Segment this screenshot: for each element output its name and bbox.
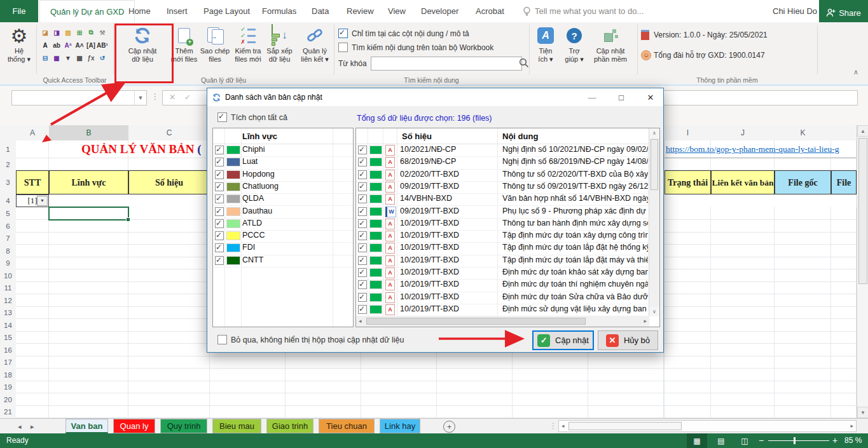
cell-A20[interactable] bbox=[16, 393, 49, 406]
row-header-5[interactable]: 5 bbox=[0, 207, 17, 221]
checkbox-icon[interactable] bbox=[358, 194, 367, 203]
row-header-3[interactable]: 3 bbox=[0, 170, 17, 195]
cell-I8[interactable] bbox=[665, 245, 711, 257]
cell-A5[interactable] bbox=[16, 207, 49, 220]
row-header-15[interactable]: 15 bbox=[0, 332, 17, 345]
row-header-14[interactable]: 14 bbox=[0, 319, 17, 332]
tab-acrobat[interactable]: Acrobat bbox=[474, 0, 506, 22]
fields-list[interactable]: Lĩnh vực ChiphiLuatHopdongChatluongQLDAD… bbox=[212, 128, 354, 327]
name-box[interactable]: ▼ bbox=[11, 90, 147, 105]
cell-L7[interactable] bbox=[831, 233, 857, 245]
cell-L19[interactable] bbox=[831, 381, 857, 394]
doc-row-5[interactable]: A14/VBHN-BXDVăn bản hợp nhất số 14/VBHN-… bbox=[356, 193, 649, 206]
sao-chep-files-button[interactable]: →Sao chépfiles bbox=[200, 24, 230, 75]
field-row-Chiphi[interactable]: Chiphi bbox=[213, 144, 353, 157]
cell-A19[interactable] bbox=[16, 381, 49, 394]
cell-L18[interactable] bbox=[831, 369, 857, 381]
row-header-8[interactable]: 8 bbox=[0, 245, 17, 258]
update-button[interactable]: ✓ Cập nhật bbox=[532, 330, 594, 350]
page-layout-view-icon[interactable]: ▤ bbox=[711, 433, 731, 448]
cell-I20[interactable] bbox=[665, 393, 711, 406]
cell-L3[interactable]: File bbox=[831, 170, 857, 194]
cell-K2[interactable] bbox=[775, 158, 831, 170]
checkbox-icon[interactable] bbox=[358, 305, 367, 314]
cell-B16[interactable] bbox=[49, 344, 128, 356]
row-header-9[interactable]: 9 bbox=[0, 257, 17, 271]
select-text-icon[interactable]: [A] bbox=[85, 39, 97, 51]
scroll-down-icon[interactable]: ▼ bbox=[857, 407, 868, 418]
checkbox-icon[interactable] bbox=[358, 158, 367, 166]
scroll-up-icon[interactable]: ∧ bbox=[649, 128, 659, 138]
doc-row-7[interactable]: A10/2019/TT-BXDThông tư ban hành định mứ… bbox=[356, 218, 649, 231]
zoom-out-icon[interactable]: − bbox=[759, 435, 764, 445]
cell-L14[interactable] bbox=[831, 319, 857, 332]
checkbox-icon[interactable] bbox=[215, 146, 224, 154]
keyword-input[interactable] bbox=[371, 57, 522, 71]
cell-K19[interactable] bbox=[775, 381, 831, 394]
zoom-slider-track[interactable] bbox=[768, 440, 829, 441]
row-header-18[interactable]: 18 bbox=[0, 369, 17, 382]
cell-B13[interactable] bbox=[49, 307, 128, 320]
cell-L10[interactable] bbox=[831, 269, 857, 282]
cell-L6[interactable] bbox=[831, 220, 857, 233]
row-header-6[interactable]: 6 bbox=[0, 220, 17, 233]
cell-J13[interactable] bbox=[711, 307, 775, 320]
share-button[interactable]: Share bbox=[819, 0, 868, 25]
cell-L16[interactable] bbox=[831, 344, 857, 356]
cell-I12[interactable] bbox=[665, 294, 711, 307]
zoom-in-icon[interactable]: + bbox=[832, 435, 837, 445]
cell-I16[interactable] bbox=[665, 344, 711, 356]
scroll-down-icon[interactable]: ∨ bbox=[649, 307, 659, 316]
cell-C9[interactable] bbox=[128, 257, 210, 270]
doc-row-2[interactable]: A68/2019/NĐ-CPNghị định số 68/2019/NĐ-CP… bbox=[356, 156, 649, 169]
back-icon[interactable]: ↺ bbox=[97, 51, 108, 64]
row-header-11[interactable]: 11 bbox=[0, 282, 17, 295]
cell-C2[interactable] bbox=[128, 158, 210, 170]
cell-L9[interactable] bbox=[831, 257, 857, 270]
cell-K17[interactable] bbox=[775, 356, 831, 369]
page-break-view-icon[interactable]: ◫ bbox=[734, 433, 755, 448]
cell-K13[interactable] bbox=[775, 307, 831, 320]
column-header-I[interactable]: I bbox=[665, 125, 712, 141]
cell-K16[interactable] bbox=[775, 344, 831, 356]
row-header-1[interactable]: 1 bbox=[0, 140, 17, 159]
doc-row-14[interactable]: A10/2019/TT-BXDĐịnh mức sử dụng vật liệu… bbox=[356, 304, 649, 316]
cell-B21[interactable] bbox=[49, 406, 128, 419]
sheet-vertical-scrollbar[interactable]: ▲ ▼ bbox=[857, 125, 868, 418]
checkbox-icon[interactable] bbox=[215, 182, 224, 191]
checkbox-icon[interactable] bbox=[215, 207, 224, 216]
row-header-17[interactable]: 17 bbox=[0, 356, 17, 370]
cell-I21[interactable] bbox=[665, 406, 711, 419]
field-row-ATLD[interactable]: ATLD bbox=[213, 218, 353, 231]
cell-I17[interactable] bbox=[665, 356, 711, 369]
cell-C18[interactable] bbox=[128, 369, 210, 381]
grid-corner[interactable] bbox=[0, 125, 17, 141]
tab-data[interactable]: Data bbox=[310, 0, 330, 22]
cell-J17[interactable] bbox=[711, 356, 775, 369]
column-header-J[interactable]: J bbox=[711, 125, 775, 141]
cell-I9[interactable] bbox=[665, 257, 711, 270]
cell-K15[interactable] bbox=[775, 332, 831, 344]
cell-B9[interactable] bbox=[49, 257, 128, 270]
tab-developer[interactable]: Developer bbox=[420, 0, 460, 22]
zoom-level[interactable]: 85 % bbox=[844, 436, 862, 445]
grid-icon[interactable]: ▩ bbox=[74, 51, 85, 64]
field-row-Hopdong[interactable]: Hopdong bbox=[213, 169, 353, 182]
cell-J2[interactable] bbox=[711, 158, 775, 170]
sheet-horizontal-scrollbar[interactable]: ◂ ▸ bbox=[558, 420, 857, 432]
docs-vertical-scrollbar[interactable]: ∧ ∨ bbox=[649, 128, 659, 316]
cell-C5[interactable] bbox=[128, 207, 210, 220]
cell-B17[interactable] bbox=[49, 356, 128, 369]
tab-formulas[interactable]: Formulas bbox=[261, 0, 298, 22]
collapse-ribbon-icon[interactable]: ∧ bbox=[853, 68, 858, 76]
tab-insert[interactable]: Insert bbox=[165, 0, 189, 22]
cap-nhat-du-lieu-button[interactable]: Cập nhậtdữ liệu bbox=[118, 24, 167, 75]
sap-xep-du-lieu-button[interactable]: ↓Sắp xếpdữ liệu bbox=[265, 24, 294, 75]
cell-J19[interactable] bbox=[711, 381, 775, 394]
doc-row-4[interactable]: A09/2019/TT-BXDThông tư số 09/2019/TT-BX… bbox=[356, 181, 649, 194]
row-header-4[interactable]: 4 bbox=[0, 194, 17, 208]
sheet-tab-quan-ly[interactable]: Quan ly bbox=[113, 419, 155, 433]
cell-A11[interactable] bbox=[16, 282, 49, 295]
tab-home[interactable]: Home bbox=[127, 0, 152, 22]
cell-J7[interactable] bbox=[711, 233, 775, 245]
